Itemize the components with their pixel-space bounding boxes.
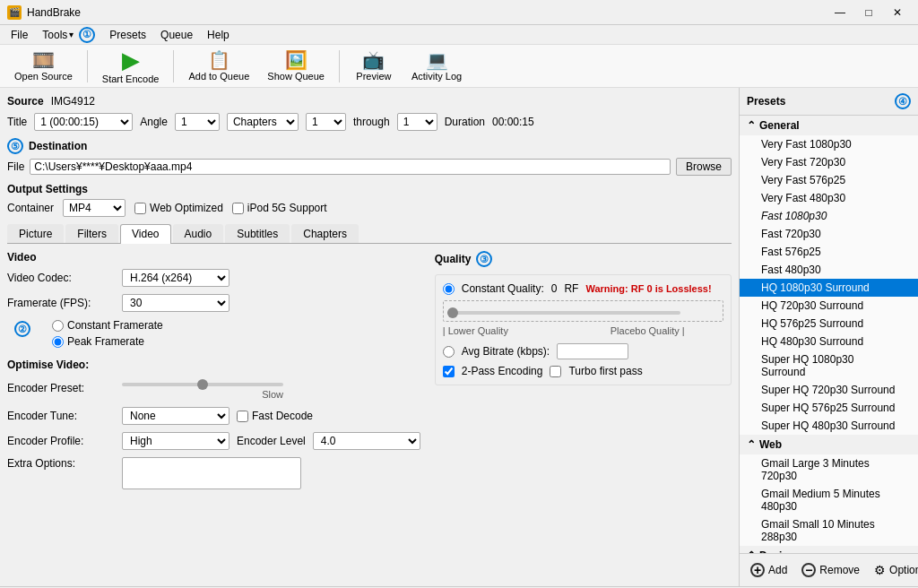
remove-preset-button[interactable]: − Remove — [794, 559, 867, 581]
ipod-label: iPod 5G Support — [247, 202, 327, 214]
menu-help[interactable]: Help — [200, 27, 237, 43]
tab-audio[interactable]: Audio — [173, 224, 224, 243]
preset-hq-576[interactable]: HQ 576p25 Surround — [740, 315, 918, 333]
peak-framerate-radio[interactable] — [52, 336, 64, 348]
fast-decode-checkbox[interactable] — [237, 411, 248, 422]
preset-group-general[interactable]: ⌃ General — [740, 116, 918, 135]
preview-button[interactable]: 📺 Preview — [347, 48, 401, 85]
extra-options-input[interactable] — [122, 457, 301, 489]
chapter-end-select[interactable]: 1 — [397, 113, 437, 131]
title-select[interactable]: 1 (00:00:15) — [34, 113, 133, 131]
framerate-radio-area: ② Constant Framerate Peak Framerate — [14, 319, 420, 348]
start-encode-button[interactable]: ▶ Start Encode — [95, 45, 167, 88]
general-collapse-icon: ⌃ — [747, 119, 756, 132]
container-select[interactable]: MP4 MKV — [63, 199, 126, 217]
optimise-label: Optimise Video: — [7, 359, 420, 371]
rf-unit: RF — [564, 282, 578, 295]
add-preset-button[interactable]: + Add — [743, 559, 794, 581]
open-source-icon: 🎞️ — [32, 51, 55, 69]
preset-very-fast-1080[interactable]: Very Fast 1080p30 — [740, 135, 918, 153]
tab-picture[interactable]: Picture — [7, 224, 64, 243]
constant-quality-row: Constant Quality: 0 RF Warning: RF 0 is … — [443, 282, 723, 295]
bitrate-input[interactable] — [557, 343, 628, 359]
tab-bar: Picture Filters Video Audio Subtitles Ch… — [7, 224, 732, 244]
maximize-button[interactable]: □ — [855, 4, 882, 22]
start-encode-icon: ▶ — [122, 48, 140, 72]
close-button[interactable]: ✕ — [884, 4, 911, 22]
rf-slider-container — [443, 300, 723, 322]
toolbar-separator-2 — [173, 50, 174, 82]
options-preset-button[interactable]: ⚙ Options — [867, 559, 918, 581]
framerate-select[interactable]: Same as source 30 60 — [122, 294, 230, 312]
codec-label: Video Codec: — [7, 272, 115, 284]
chapters-select[interactable]: Chapters — [227, 113, 299, 131]
preset-gmail-large[interactable]: Gmail Large 3 Minutes 720p30 — [740, 454, 918, 485]
avg-bitrate-radio[interactable] — [443, 346, 455, 358]
tab-video[interactable]: Video — [120, 224, 170, 244]
preset-fast-480[interactable]: Fast 480p30 — [740, 261, 918, 279]
menu-queue[interactable]: Queue — [153, 27, 200, 43]
rf-slider-border — [443, 300, 723, 322]
annot-2: ② — [14, 321, 30, 337]
encoder-profile-select[interactable]: Auto Baseline Main High — [122, 432, 230, 450]
preset-very-fast-480[interactable]: Very Fast 480p30 — [740, 189, 918, 207]
preset-superhq-1080[interactable]: Super HQ 1080p30 Surround — [740, 350, 918, 381]
encoder-tune-select[interactable]: None Film Animation — [122, 407, 230, 425]
quality-label: Quality — [435, 253, 472, 265]
duration-value: 00:00:15 — [492, 116, 534, 128]
constant-quality-radio[interactable] — [443, 283, 455, 295]
preset-fast-1080[interactable]: Fast 1080p30 — [740, 207, 918, 225]
rf-slider[interactable] — [447, 311, 680, 315]
preset-superhq-480[interactable]: Super HQ 480p30 Surround — [740, 417, 918, 435]
preset-group-web[interactable]: ⌃ Web — [740, 435, 918, 454]
constant-framerate-label: Constant Framerate — [67, 319, 163, 332]
framerate-row: Framerate (FPS): Same as source 30 60 — [7, 294, 420, 312]
extra-options-row: Extra Options: — [7, 457, 420, 489]
preset-very-fast-720[interactable]: Very Fast 720p30 — [740, 153, 918, 171]
menu-tools[interactable]: Tools ▾ ① — [35, 25, 102, 45]
tab-filters[interactable]: Filters — [65, 224, 118, 243]
turbo-checkbox[interactable] — [550, 366, 561, 377]
chapter-start-select[interactable]: 1 — [306, 113, 346, 131]
tab-subtitles[interactable]: Subtitles — [225, 224, 290, 243]
preset-superhq-576[interactable]: Super HQ 576p25 Surround — [740, 399, 918, 417]
peak-framerate-label: Peak Framerate — [67, 335, 144, 348]
activity-log-button[interactable]: 💻 Activity Log — [404, 48, 469, 85]
source-value: IMG4912 — [51, 95, 95, 108]
add-to-queue-button[interactable]: 📋 Add to Queue — [181, 48, 256, 85]
title-bar: 🎬 HandBrake — □ ✕ — [0, 0, 918, 25]
preset-hq-480[interactable]: HQ 480p30 Surround — [740, 333, 918, 350]
minimize-button[interactable]: — — [827, 4, 853, 22]
preset-group-devices[interactable]: ⌃ Devices — [740, 546, 918, 553]
preset-fast-720[interactable]: Fast 720p30 — [740, 225, 918, 243]
constant-framerate-radio[interactable] — [52, 320, 64, 332]
show-queue-button[interactable]: 🖼️ Show Queue — [260, 48, 332, 85]
encoder-preset-slider[interactable] — [122, 383, 283, 386]
fast-decode-group: Fast Decode — [237, 410, 313, 422]
preset-very-fast-576[interactable]: Very Fast 576p25 — [740, 171, 918, 189]
browse-button[interactable]: Browse — [676, 158, 732, 176]
encoder-preset-label: Encoder Preset: — [7, 382, 115, 394]
angle-select[interactable]: 1 — [175, 113, 220, 131]
preset-gmail-small[interactable]: Gmail Small 10 Minutes 288p30 — [740, 515, 918, 546]
file-input[interactable]: C:\Users¥****¥Desktop¥aaa.mp4 — [30, 159, 671, 175]
preset-gmail-medium[interactable]: Gmail Medium 5 Minutes 480p30 — [740, 485, 918, 515]
preset-superhq-720[interactable]: Super HQ 720p30 Surround — [740, 381, 918, 399]
twopass-checkbox[interactable] — [443, 366, 455, 377]
twopass-label: 2-Pass Encoding — [462, 365, 543, 377]
preset-fast-576[interactable]: Fast 576p25 — [740, 243, 918, 261]
preset-hq-720[interactable]: HQ 720p30 Surround — [740, 297, 918, 315]
menu-presets[interactable]: Presets — [102, 27, 153, 43]
menu-file[interactable]: File — [4, 27, 35, 43]
presets-list: ⌃ General Very Fast 1080p30 Very Fast 72… — [740, 116, 918, 553]
web-optimized-checkbox[interactable] — [134, 203, 146, 214]
encoder-level-select[interactable]: Auto 4.0 4.1 — [313, 432, 420, 450]
ipod-group: iPod 5G Support — [232, 202, 327, 214]
preset-hq-1080[interactable]: HQ 1080p30 Surround — [740, 279, 918, 297]
through-label: through — [353, 116, 390, 128]
open-source-button[interactable]: 🎞️ Open Source — [7, 48, 80, 85]
tab-chapters[interactable]: Chapters — [291, 224, 359, 243]
codec-select[interactable]: H.264 (x264) H.265 (x265) MPEG-4 — [122, 269, 230, 287]
ipod-checkbox[interactable] — [232, 203, 244, 214]
output-settings-label: Output Settings — [7, 183, 88, 195]
